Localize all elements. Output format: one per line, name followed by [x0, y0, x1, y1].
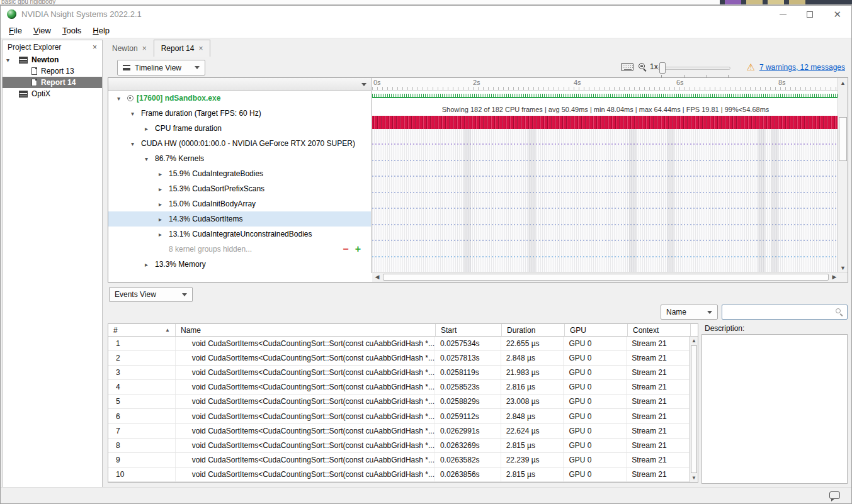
column-header-context[interactable]: Context	[628, 324, 691, 336]
gpu-activity-row[interactable]	[372, 129, 839, 145]
timeline-zoom-slider[interactable]	[657, 61, 730, 76]
gpu-activity-row[interactable]	[372, 209, 839, 225]
tab-close-icon[interactable]: ×	[142, 44, 147, 53]
timeline-view-selector[interactable]: Timeline View	[117, 60, 205, 76]
gpu-activity-row[interactable]	[372, 193, 839, 209]
chevron-right-icon[interactable]: ▸	[159, 231, 166, 238]
warnings-messages-link[interactable]: 7 warnings, 12 messages	[759, 63, 845, 72]
add-kernel-group-button[interactable]: +	[355, 244, 361, 255]
close-icon[interactable]: ✕	[833, 11, 841, 18]
chevron-right-icon[interactable]: ▸	[145, 125, 152, 132]
gpu-activity-row[interactable]	[372, 145, 839, 160]
scroll-left-icon[interactable]: ◀	[372, 272, 382, 282]
timeline-ruler[interactable]: 0s2s4s6s8s	[372, 78, 839, 91]
cpu-frame-duration-bar[interactable]	[372, 116, 839, 129]
chevron-down-icon[interactable]: ▾	[131, 110, 138, 117]
project-tree-item-newton[interactable]: ▾Newton	[3, 54, 102, 65]
slider-track[interactable]	[657, 67, 730, 70]
scroll-right-icon[interactable]: ▶	[829, 272, 839, 282]
timeline-tree-row[interactable]: ▸15.9% CudaIntegrateBodies	[108, 166, 371, 181]
chevron-right-icon[interactable]: ▸	[159, 186, 166, 193]
chevron-right-icon[interactable]: ▸	[159, 171, 166, 177]
window-controls: ✕	[780, 11, 841, 18]
scrollbar-thumb[interactable]	[383, 274, 829, 281]
table-row[interactable]: 4void CudaSortItems<CudaCountingSort::So…	[108, 380, 690, 395]
chevron-right-icon[interactable]: ▸	[159, 216, 166, 223]
chevron-down-icon[interactable]: ▾	[131, 140, 138, 147]
column-header-name[interactable]: Name	[176, 324, 436, 336]
timeline-tree-row[interactable]: ▾[17600] ndSandbox.exe	[108, 91, 371, 106]
table-row[interactable]: 10void CudaSortItems<CudaCountingSort::S…	[108, 468, 690, 482]
chevron-down-icon[interactable]: ▾	[6, 57, 9, 64]
table-cell: 2.848 µs	[501, 409, 564, 423]
search-input[interactable]	[722, 306, 835, 318]
timeline-horizontal-scrollbar[interactable]: ◀ ▶	[372, 272, 848, 282]
timeline-tree-row[interactable]: ▾86.7% Kernels	[108, 151, 371, 166]
process-activity-row[interactable]	[372, 91, 839, 105]
column-header-start[interactable]: Start	[436, 324, 502, 336]
panel-close-icon[interactable]: ×	[93, 43, 97, 52]
timeline-tree-row[interactable]: ▸15.3% CudaSortPrefixScans	[108, 181, 371, 196]
chevron-down-icon[interactable]: ▾	[145, 155, 152, 162]
menu-item-view[interactable]: View	[28, 24, 57, 37]
timeline-tree-row[interactable]: ▸13.3% Memory	[108, 257, 371, 272]
gpu-activity-row[interactable]	[372, 177, 839, 193]
chevron-right-icon[interactable]: ▸	[145, 261, 152, 268]
project-tree-item-optix[interactable]: OptiX	[3, 88, 102, 99]
menu-item-tools[interactable]: Tools	[57, 24, 87, 37]
keyboard-shortcuts-icon[interactable]	[621, 63, 633, 71]
timeline-tree-row[interactable]: ▸13.1% CudaIntegrateUnconstrainedBodies	[108, 227, 371, 242]
table-cell: Stream 21	[627, 351, 690, 365]
table-row[interactable]: 6void CudaSortItems<CudaCountingSort::So…	[108, 409, 690, 423]
timeline-tree-row[interactable]: ▸15.0% CudaInitBodyArray	[108, 196, 371, 211]
scroll-up-icon[interactable]: ▲	[690, 337, 698, 345]
scroll-up-icon[interactable]: ▲	[838, 78, 848, 88]
table-row[interactable]: 3void CudaSortItems<CudaCountingSort::So…	[108, 366, 690, 380]
gpu-activity-row[interactable]	[372, 225, 839, 241]
feedback-bubble-icon[interactable]	[829, 491, 840, 499]
maximize-icon[interactable]	[807, 11, 813, 18]
events-view-selector[interactable]: Events View	[109, 287, 193, 302]
table-row[interactable]: 7void CudaSortItems<CudaCountingSort::So…	[108, 424, 690, 439]
timeline-vertical-scrollbar[interactable]: ▲ ▼	[838, 78, 848, 273]
zoom-out-icon[interactable]	[639, 63, 647, 72]
column-header-duration[interactable]: Duration	[502, 324, 565, 336]
menubar: FileViewToolsHelp	[1, 23, 851, 38]
slider-thumb[interactable]	[659, 62, 666, 74]
events-table-scrollbar[interactable]: ▲ ▼	[690, 337, 698, 482]
remove-kernel-group-button[interactable]: −	[343, 244, 348, 255]
chevron-down-icon[interactable]: ▾	[117, 95, 124, 102]
timeline-tree-row[interactable]: ▾CUDA HW (0000:01:00.0 - NVIDIA GeForce …	[108, 136, 371, 151]
scroll-down-icon[interactable]: ▼	[690, 474, 698, 482]
timeline-tree-row[interactable]: ▾Frame duration (Target FPS: 60 Hz)	[108, 106, 371, 121]
timeline-tree-header[interactable]	[108, 78, 371, 91]
tab-report-14[interactable]: Report 14×	[154, 40, 211, 57]
column-header-label: #	[113, 326, 118, 335]
filter-field-selector[interactable]: Name	[661, 305, 718, 320]
gpu-activity-row[interactable]	[372, 241, 839, 257]
table-row[interactable]: 9void CudaSortItems<CudaCountingSort::So…	[108, 453, 690, 468]
table-row[interactable]: 5void CudaSortItems<CudaCountingSort::So…	[108, 395, 690, 409]
scrollbar-thumb[interactable]	[839, 117, 847, 161]
project-tree-item-report-14[interactable]: Report 14	[3, 77, 102, 88]
column-header-num[interactable]: #▲	[108, 324, 176, 336]
warning-icon: ⚠	[746, 62, 754, 72]
menu-item-file[interactable]: File	[3, 24, 28, 37]
menu-item-help[interactable]: Help	[87, 24, 115, 37]
table-row[interactable]: 1void CudaSortItems<CudaCountingSort::So…	[108, 337, 690, 351]
project-tree-item-report-13[interactable]: Report 13	[3, 65, 102, 77]
timeline-tree-row[interactable]: ▸14.3% CudaSortItems	[108, 211, 371, 227]
tab-newton[interactable]: Newton×	[105, 40, 154, 57]
gpu-kernel-rows[interactable]	[372, 129, 839, 273]
gpu-activity-row[interactable]	[372, 161, 839, 177]
table-row[interactable]: 2void CudaSortItems<CudaCountingSort::So…	[108, 351, 690, 366]
timeline-tree-row[interactable]: 8 kernel groups hidden...−+	[108, 242, 371, 257]
minimize-icon[interactable]	[780, 14, 787, 14]
gpu-activity-row[interactable]	[372, 257, 839, 273]
column-header-gpu[interactable]: GPU	[565, 324, 628, 336]
table-row[interactable]: 8void CudaSortItems<CudaCountingSort::So…	[108, 439, 690, 453]
timeline-tree-row[interactable]: ▸CPU frame duration	[108, 121, 371, 136]
tab-close-icon[interactable]: ×	[198, 44, 203, 53]
chevron-right-icon[interactable]: ▸	[159, 201, 166, 208]
scrollbar-thumb[interactable]	[691, 345, 697, 473]
